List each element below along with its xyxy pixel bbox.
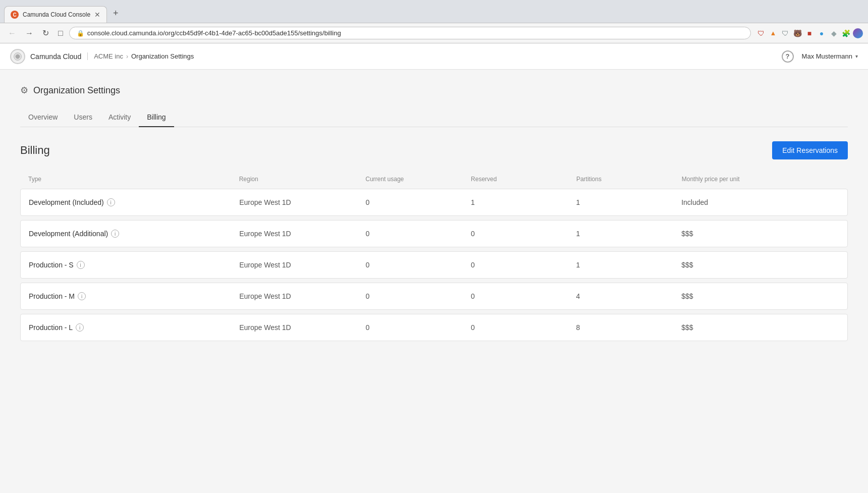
tab-users[interactable]: Users <box>66 108 100 127</box>
ext-gray-diamond[interactable]: ◆ <box>829 28 839 38</box>
ext-triangle[interactable]: ▲ <box>768 28 778 38</box>
edit-reservations-button[interactable]: Edit Reservations <box>772 141 848 159</box>
billing-header: Billing Edit Reservations <box>20 141 848 159</box>
info-icon-0[interactable]: i <box>107 198 115 206</box>
info-icon-3[interactable]: i <box>78 292 86 300</box>
cell-price-1: $$$ <box>681 230 839 238</box>
table-header: Type Region Current usage Reserved Parti… <box>20 172 848 187</box>
camunda-logo-svg <box>13 52 22 61</box>
section-header: ⚙ Organization Settings <box>20 85 848 96</box>
cell-partitions-0: 1 <box>576 198 682 206</box>
tab-billing[interactable]: Billing <box>139 108 174 127</box>
cell-region-4: Europe West 1D <box>239 323 365 332</box>
avatar-circle <box>853 28 863 38</box>
col-header-region: Region <box>239 176 366 183</box>
col-header-price: Monthly price per unit <box>682 176 840 183</box>
cell-reserved-1: 0 <box>471 230 576 238</box>
ext-bear[interactable]: 🐻 <box>792 28 802 38</box>
browser-tabs: C Camunda Cloud Console ✕ + <box>0 0 868 23</box>
cell-region-0: Europe West 1D <box>239 198 365 206</box>
table-row: Development (Included) i Europe West 1D … <box>20 189 848 216</box>
ext-user-avatar[interactable] <box>853 28 863 38</box>
cell-region-2: Europe West 1D <box>239 261 365 269</box>
user-name: Max Mustermann <box>802 52 852 60</box>
browser-chrome: C Camunda Cloud Console ✕ + ← → ↻ □ 🔒 co… <box>0 0 868 43</box>
info-icon-1[interactable]: i <box>111 230 119 238</box>
forward-button[interactable]: → <box>22 27 36 40</box>
breadcrumb-separator: › <box>126 53 128 60</box>
cell-partitions-4: 8 <box>576 323 682 332</box>
cell-reserved-2: 0 <box>471 261 576 269</box>
tab-activity[interactable]: Activity <box>100 108 139 127</box>
browser-extensions: 🛡 ▲ 🛡 🐻 ■ ● ◆ 🧩 <box>756 28 863 38</box>
home-button[interactable]: □ <box>55 27 66 40</box>
cell-usage-1: 0 <box>365 230 471 238</box>
cell-usage-3: 0 <box>365 292 471 300</box>
address-text: console.cloud.camunda.io/org/ccb45d9f-c4… <box>87 29 743 37</box>
cell-usage-4: 0 <box>365 323 471 332</box>
type-label-4: Production - L <box>29 323 73 332</box>
tab-close-button[interactable]: ✕ <box>94 11 100 19</box>
settings-icon: ⚙ <box>20 85 28 96</box>
cell-usage-0: 0 <box>365 198 471 206</box>
table-row: Production - L i Europe West 1D 0 0 8 $$… <box>20 314 848 341</box>
ext-shield-gray[interactable]: 🛡 <box>780 28 790 38</box>
cell-type-3: Production - M i <box>29 292 239 300</box>
table-row: Production - M i Europe West 1D 0 0 4 $$… <box>20 283 848 310</box>
type-label-3: Production - M <box>29 292 75 300</box>
col-header-partitions: Partitions <box>576 176 682 183</box>
cell-reserved-0: 1 <box>471 198 576 206</box>
billing-section: Billing Edit Reservations Type Region Cu… <box>20 141 848 341</box>
cell-price-0: Included <box>681 198 839 206</box>
breadcrumb: ACME inc › Organization Settings <box>87 52 194 60</box>
new-tab-button[interactable]: + <box>107 4 125 23</box>
app-header: Camunda Cloud ACME inc › Organization Se… <box>0 43 868 70</box>
cell-price-2: $$$ <box>681 261 839 269</box>
info-icon-2[interactable]: i <box>77 261 85 269</box>
cell-price-4: $$$ <box>681 323 839 332</box>
cell-partitions-1: 1 <box>576 230 682 238</box>
cell-reserved-3: 0 <box>471 292 576 300</box>
cell-price-3: $$$ <box>681 292 839 300</box>
cell-usage-2: 0 <box>365 261 471 269</box>
app-logo-icon <box>10 49 25 64</box>
col-header-current-usage: Current usage <box>365 176 471 183</box>
type-label-0: Development (Included) <box>29 198 104 206</box>
lock-icon: 🔒 <box>77 30 84 37</box>
billing-title: Billing <box>20 144 50 157</box>
cell-type-0: Development (Included) i <box>29 198 239 206</box>
col-header-type: Type <box>28 176 239 183</box>
col-header-reserved: Reserved <box>471 176 576 183</box>
info-icon-4[interactable]: i <box>76 323 84 332</box>
ext-shield-red[interactable]: 🛡 <box>756 28 766 38</box>
breadcrumb-org[interactable]: ACME inc <box>94 52 123 60</box>
active-tab[interactable]: C Camunda Cloud Console ✕ <box>4 6 107 23</box>
cell-region-3: Europe West 1D <box>239 292 365 300</box>
reload-button[interactable]: ↻ <box>39 26 52 40</box>
help-button[interactable]: ? <box>782 50 794 63</box>
tab-title: Camunda Cloud Console <box>23 11 90 18</box>
ext-puzzle[interactable]: 🧩 <box>841 28 851 38</box>
table-row: Production - S i Europe West 1D 0 0 1 $$… <box>20 251 848 279</box>
breadcrumb-current: Organization Settings <box>131 52 194 60</box>
app-logo-text: Camunda Cloud <box>30 52 81 61</box>
section-title: Organization Settings <box>33 85 120 96</box>
type-label-2: Production - S <box>29 261 74 269</box>
billing-table: Type Region Current usage Reserved Parti… <box>20 172 848 341</box>
ext-red-square[interactable]: ■ <box>804 28 815 38</box>
back-button[interactable]: ← <box>5 27 19 40</box>
ext-circle-blue[interactable]: ● <box>817 28 827 38</box>
tab-favicon: C <box>11 11 19 19</box>
header-right: ? Max Mustermann ▾ <box>782 50 858 63</box>
cell-type-4: Production - L i <box>29 323 239 332</box>
browser-toolbar: ← → ↻ □ 🔒 console.cloud.camunda.io/org/c… <box>0 23 868 43</box>
user-menu[interactable]: Max Mustermann ▾ <box>802 52 858 60</box>
page-content: ⚙ Organization Settings Overview Users A… <box>0 70 868 493</box>
app-logo[interactable]: Camunda Cloud <box>10 49 81 64</box>
table-row: Development (Additional) i Europe West 1… <box>20 220 848 247</box>
cell-type-2: Production - S i <box>29 261 239 269</box>
type-label-1: Development (Additional) <box>29 230 108 238</box>
cell-region-1: Europe West 1D <box>239 230 365 238</box>
address-bar[interactable]: 🔒 console.cloud.camunda.io/org/ccb45d9f-… <box>69 27 751 39</box>
tab-overview[interactable]: Overview <box>20 108 66 127</box>
